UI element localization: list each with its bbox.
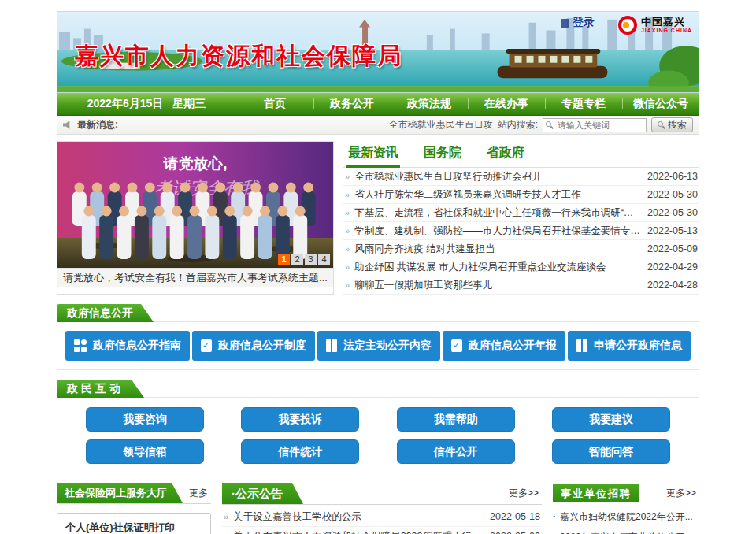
doc-check-icon [451,339,462,352]
announcements-title: ·公示公告 [222,483,303,504]
smart-qa-button[interactable]: 智能问答 [552,439,670,464]
letter-disclosure-button[interactable]: 信件公开 [397,439,515,464]
double-arrow-icon [345,262,350,272]
main-nav: 2022年6月15日 星期三 首页 政务公开 政策法规 在线办事 专题专栏 微信… [57,93,699,116]
announcement-date: 2022-05-09 [490,531,540,534]
gov-info-section-title: 政府信息公开 [57,304,154,322]
letter-stats-button[interactable]: 信件统计 [241,439,359,464]
social-insurance-title: 社会保险网上服务大厅 [57,483,183,503]
gov-button-label: 政府信息公开年报 [469,339,557,353]
recruitment-item-title: 2022年嘉兴市属事业单位公开... [560,531,693,534]
boat-art [498,49,608,78]
slideshow-pager: 1 2 3 4 [278,254,330,265]
search-button[interactable]: 搜索 [651,117,693,132]
consult-button[interactable]: 我要咨询 [86,407,204,432]
book-icon [326,339,337,352]
ticker-marquee-text[interactable]: 全市稳就业惠民生百日攻 [389,118,493,132]
social-cert-print-item[interactable]: 个人(单位)社保证明打印 [57,513,211,534]
news-ticker-bar: 最新消息: 全市稳就业惠民生百日攻 站内搜索: 搜索 [57,116,699,135]
tab-state-council[interactable]: 国务院 [422,141,463,167]
announcement-date: 2022-05-18 [490,511,540,522]
news-item-title: 风雨同舟齐抗疫 结对共建显担当 [354,243,643,256]
pager-2[interactable]: 2 [291,254,303,265]
site-title: 嘉兴市人力资源和社会保障局 [75,40,402,72]
slideshow-photo-svg: 请党放心, 考试安全有我 [57,142,333,268]
nav-item-home[interactable]: 首页 [236,93,313,115]
news-tabs: 最新资讯 国务院 省政府 [343,141,699,168]
news-item[interactable]: 聊聊五一假期加班工资那些事儿 2022-04-28 [343,276,699,295]
gov-info-guide-button[interactable]: 政府信息公开指南 [65,331,190,361]
gov-button-label: 政府信息公开指南 [93,339,181,353]
jiaxing-logo-icon [618,16,637,35]
news-item[interactable]: 下基层、走流程，省社保和就业中心主任项薇一行来我市调研“国统”上线情况 2022… [343,204,699,222]
slideshow-caption[interactable]: 请党放心，考试安全有我！首届嘉兴市人事考试系统主题... [57,268,333,287]
search-input[interactable] [543,118,647,132]
login-icon [561,19,569,28]
recruitment-item-title: 嘉兴市妇幼保健院2022年公开... [560,510,693,524]
pager-1[interactable]: 1 [278,254,290,265]
search-box [543,118,647,132]
news-item[interactable]: 助企纾困 共谋发展 市人力社保局召开重点企业交流座谈会 2022-04-29 [343,258,699,276]
nav-date: 2022年6月15日 星期三 [57,93,236,115]
news-item-title: 下基层、走流程，省社保和就业中心主任项薇一行来我市调研“国统”上线情况 [354,206,643,220]
slideshow: 请党放心, 考试安全有我 1 2 3 4 请党放心，考试安全有我！首届嘉兴市人事… [57,141,334,295]
recruitment-item[interactable]: 2022年嘉兴市属事业单位公开... [553,527,699,534]
nav-item-online-services[interactable]: 在线办事 [468,93,545,115]
leader-mailbox-button[interactable]: 领导信箱 [86,439,204,464]
double-arrow-icon [345,244,350,254]
news-item-date: 2022-05-30 [647,189,698,200]
announcements-more-link[interactable]: 更多>> [509,487,542,500]
social-insurance-more-link[interactable]: 更多 [189,487,211,500]
request-disclosure-button[interactable]: 申请公开政府信息 [568,331,691,361]
grid-icon [74,339,87,352]
need-help-button[interactable]: 我需帮助 [397,407,515,432]
news-item[interactable]: 全市稳就业惠民生百日攻坚行动推进会召开 2022-06-13 [343,168,699,186]
double-arrow-icon [224,512,228,521]
recruitment-more-link[interactable]: 更多>> [666,487,699,500]
nav-item-policies[interactable]: 政策法规 [391,93,468,115]
tab-provincial-gov[interactable]: 省政府 [485,141,526,167]
news-item[interactable]: 学制度、建机制、强防控——市人力社保局召开社保基金要情专题学习会 2022-05… [343,222,699,240]
doc-check-icon [201,339,212,352]
login-button[interactable]: 登录 [561,16,595,30]
announcement-title: 关于设立嘉善技工学校的公示 [233,510,485,524]
gov-button-label: 申请公开政府信息 [594,339,682,353]
gov-info-system-button[interactable]: 政府信息公开制度 [192,331,315,361]
news-panel: 最新资讯 国务院 省政府 全市稳就业惠民生百日攻坚行动推进会召开 2022-06… [343,141,699,295]
pager-3[interactable]: 3 [305,254,317,265]
date-text: 2022年6月15日 [87,97,164,111]
gov-button-label: 法定主动公开内容 [343,339,432,353]
recruitment-item[interactable]: 嘉兴市妇幼保健院2022年公开... [553,506,699,527]
pager-4[interactable]: 4 [318,254,330,265]
news-item-date: 2022-06-13 [647,171,698,182]
nav-item-wechat[interactable]: 微信公众号 [622,93,699,115]
nav-item-special-topics[interactable]: 专题专栏 [545,93,622,115]
site-logo[interactable]: 中国嘉兴 JIAXING CHINA [618,16,692,35]
news-item-date: 2022-04-29 [647,261,698,273]
news-item-title: 助企纾困 共谋发展 市人力社保局召开重点企业交流座谈会 [354,261,643,274]
news-item[interactable]: 风雨同舟齐抗疫 结对共建显担当 2022-05-09 [343,240,699,258]
news-item-date: 2022-04-28 [647,280,698,291]
news-list: 全市稳就业惠民生百日攻坚行动推进会召开 2022-06-13 省人社厅陈荣华二级… [343,168,699,295]
recruitment-title: 事业单位招聘 [553,484,639,502]
nav-item-gov-affairs[interactable]: 政务公开 [313,93,391,115]
social-insurance-panel: 社会保险网上服务大厅 更多 个人(单位)社保证明打印 办事指南 [57,483,211,534]
banner: 嘉兴市人力资源和社会保障局 登录 中国嘉兴 JIAXING CHINA [57,11,699,93]
tab-latest-news[interactable]: 最新资讯 [346,141,400,167]
complaint-button[interactable]: 我要投诉 [241,407,359,432]
announcement-item[interactable]: 关于公布嘉兴市人力资源和社会保障局2022年度重大行政决策事... 2022-0… [222,527,542,534]
interaction-section-title: 政民互动 [57,380,144,398]
search-button-icon [658,121,665,129]
slideshow-photo[interactable]: 请党放心, 考试安全有我 1 2 3 4 [57,142,333,268]
statutory-disclosure-button[interactable]: 法定主动公开内容 [317,331,440,361]
announcement-item[interactable]: 关于设立嘉善技工学校的公示 2022-05-18 [222,507,542,527]
double-arrow-icon [345,172,350,181]
search-icon [546,121,554,129]
news-item-title: 省人社厅陈荣华二级巡视员来嘉兴调研专技人才工作 [354,188,643,202]
logo-cn-text: 中国嘉兴 [641,17,692,28]
double-arrow-icon [345,280,350,290]
double-arrow-icon [345,226,350,235]
news-item[interactable]: 省人社厅陈荣华二级巡视员来嘉兴调研专技人才工作 2022-05-30 [343,186,699,204]
suggestion-button[interactable]: 我要建议 [552,407,670,432]
annual-report-button[interactable]: 政府信息公开年报 [443,331,565,361]
